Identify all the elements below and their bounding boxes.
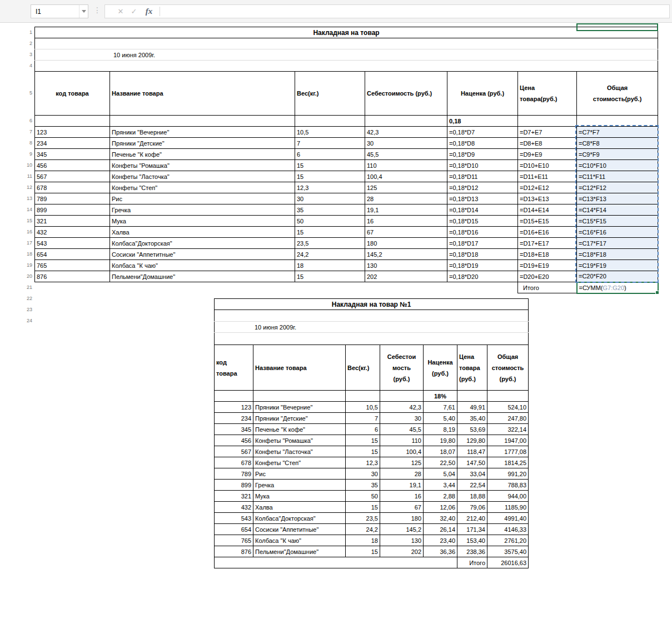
cell[interactable]: =0,18*D11: [447, 171, 518, 182]
cell[interactable]: 18: [346, 535, 380, 546]
cell[interactable]: Мука: [110, 216, 295, 227]
cell[interactable]: =D15+E15: [518, 216, 577, 227]
cell[interactable]: =D8+E8: [518, 138, 577, 149]
cell[interactable]: =0,18*D20: [447, 271, 518, 282]
cell[interactable]: 1947,00: [487, 435, 529, 446]
cell[interactable]: Конфеты "Ромашка": [253, 435, 346, 446]
insert-function-icon[interactable]: fx: [141, 7, 157, 16]
cell[interactable]: 42,3: [365, 127, 447, 138]
cell[interactable]: =0,18*D12: [447, 182, 518, 193]
cell[interactable]: 789: [215, 468, 253, 480]
column-header-name[interactable]: Название товара: [110, 72, 295, 116]
cell[interactable]: 247,80: [487, 413, 529, 424]
cell[interactable]: 18: [295, 260, 365, 271]
cell[interactable]: 788,83: [487, 480, 529, 491]
cell[interactable]: 899: [215, 480, 253, 491]
cell[interactable]: 234: [35, 138, 110, 149]
cell[interactable]: 876: [215, 546, 253, 557]
cell[interactable]: Печенье "К кофе": [110, 149, 295, 160]
cell[interactable]: Пряники "Детские": [253, 413, 346, 424]
cell[interactable]: Колбаса"Докторская": [253, 513, 346, 524]
cell[interactable]: 12,06: [424, 502, 457, 513]
cell[interactable]: 321: [35, 216, 110, 227]
cell[interactable]: Халва: [110, 227, 295, 238]
cell[interactable]: [35, 116, 110, 127]
cell[interactable]: 28: [365, 193, 447, 204]
cell[interactable]: 456: [215, 435, 253, 446]
cell[interactable]: =0,18*D14: [447, 204, 518, 216]
formula-input[interactable]: [162, 5, 669, 18]
cell[interactable]: 19,1: [365, 204, 447, 216]
cell[interactable]: 789: [35, 193, 110, 204]
cell[interactable]: 24,2: [346, 524, 380, 535]
cell[interactable]: 944,00: [487, 491, 529, 502]
row-number[interactable]: 16: [22, 226, 33, 237]
cell[interactable]: 524,10: [487, 402, 529, 413]
cell[interactable]: 145,2: [365, 249, 447, 260]
row-number[interactable]: 22: [22, 293, 33, 304]
column-header-cost[interactable]: Себестои мость (руб.): [380, 345, 424, 391]
cell[interactable]: =0,18*D10: [447, 160, 518, 171]
cell[interactable]: 30: [346, 468, 380, 480]
cell[interactable]: =C19*F19: [577, 260, 658, 271]
total-label-cell[interactable]: Итого: [457, 557, 487, 568]
cell[interactable]: 212,40: [457, 513, 487, 524]
cell[interactable]: 30: [295, 193, 365, 204]
cell[interactable]: [110, 116, 295, 127]
cell[interactable]: 654: [35, 249, 110, 260]
cell[interactable]: 3575,40: [487, 546, 529, 557]
cell[interactable]: =D17+E17: [518, 238, 577, 249]
cell[interactable]: 100,4: [380, 446, 424, 457]
cell[interactable]: =C12*F12: [577, 182, 658, 193]
cell[interactable]: [215, 557, 457, 568]
cell[interactable]: 567: [215, 446, 253, 457]
row-number[interactable]: 11: [22, 171, 33, 182]
row-number[interactable]: 13: [22, 193, 33, 204]
cell[interactable]: 202: [365, 271, 447, 282]
cell[interactable]: 130: [380, 535, 424, 546]
cell[interactable]: 79,06: [457, 502, 487, 513]
cell[interactable]: Халва: [253, 502, 346, 513]
cell[interactable]: 23,5: [346, 513, 380, 524]
cell[interactable]: 7: [295, 138, 365, 149]
column-header-name[interactable]: Название товара: [253, 345, 346, 391]
cell[interactable]: Колбаса "К чаю": [253, 535, 346, 546]
cell[interactable]: [577, 116, 658, 127]
cell[interactable]: =D11+E11: [518, 171, 577, 182]
cell[interactable]: 15: [295, 160, 365, 171]
cell[interactable]: 49,91: [457, 402, 487, 413]
cell[interactable]: 10,5: [346, 402, 380, 413]
row-number[interactable]: 2: [22, 38, 33, 49]
cell[interactable]: 171,34: [457, 524, 487, 535]
cell[interactable]: 50: [295, 216, 365, 227]
cell[interactable]: 23,40: [424, 535, 457, 546]
cell[interactable]: =C14*F14: [577, 204, 658, 216]
invoice-title-cell[interactable]: Накладная на товар: [35, 27, 658, 38]
cell[interactable]: [295, 116, 365, 127]
cell[interactable]: =0,18*D15: [447, 216, 518, 227]
cell[interactable]: 15: [346, 546, 380, 557]
row-number[interactable]: 8: [22, 137, 33, 148]
cell[interactable]: 12,3: [295, 182, 365, 193]
cell[interactable]: =C10*F10: [577, 160, 658, 171]
cell[interactable]: Конфеты "Ласточка": [253, 446, 346, 457]
cell[interactable]: 6: [346, 424, 380, 435]
cell[interactable]: 145,2: [380, 524, 424, 535]
cell[interactable]: 19,80: [424, 435, 457, 446]
invoice-title-cell[interactable]: Накладная на товар №1: [215, 299, 529, 310]
cell[interactable]: 238,36: [457, 546, 487, 557]
cell[interactable]: 53,69: [457, 424, 487, 435]
cell[interactable]: 8,19: [424, 424, 457, 435]
cell[interactable]: 125: [380, 457, 424, 468]
cell[interactable]: =C7*F7: [577, 127, 658, 138]
cell[interactable]: =C18*F18: [577, 249, 658, 260]
row-number[interactable]: 7: [22, 126, 33, 137]
row-number[interactable]: 9: [22, 148, 33, 159]
cell[interactable]: 456: [35, 160, 110, 171]
cell[interactable]: =C16*F16: [577, 227, 658, 238]
cell[interactable]: =D7+E7: [518, 127, 577, 138]
fill-handle[interactable]: [655, 291, 659, 294]
cell[interactable]: [518, 116, 577, 127]
column-header-code[interactable]: код товара: [35, 72, 110, 116]
cell[interactable]: 432: [215, 502, 253, 513]
